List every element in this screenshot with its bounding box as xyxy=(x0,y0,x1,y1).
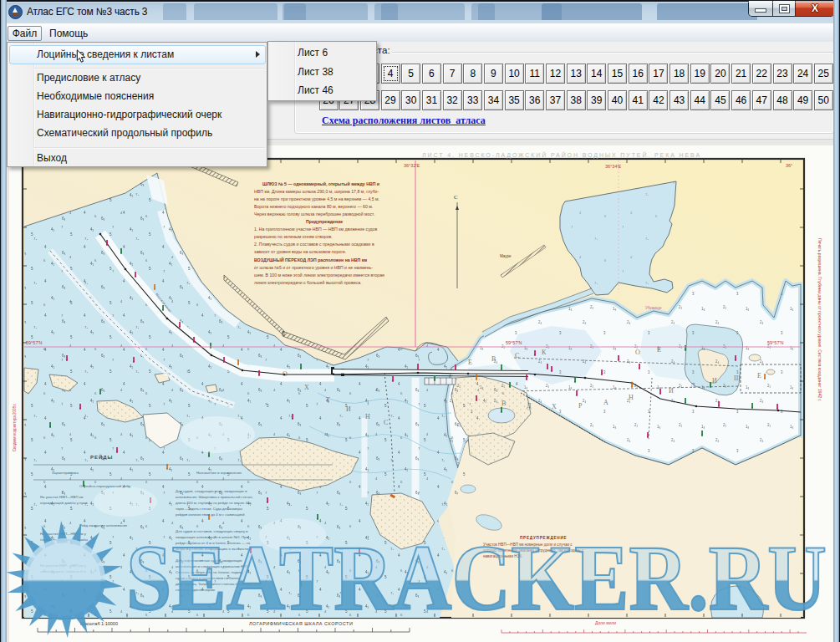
svg-text:линия электропередачи с больше: линия электропередачи с большей высотой … xyxy=(254,280,361,285)
svg-text:С: С xyxy=(384,419,388,426)
svg-text:59°57′N: 59°57′N xyxy=(506,340,522,345)
svg-text:Мауре: Мауре xyxy=(500,254,512,258)
svg-text:ЛИСТ 4. НЕВСКО-ЛАДОЖСКИЙ РАЙОН: ЛИСТ 4. НЕВСКО-ЛАДОЖСКИЙ РАЙОН ВОДНЫХ ПУ… xyxy=(422,151,701,159)
svg-text:ограждающей дамбы у прав.: ограждающей дамбы у прав. xyxy=(40,501,89,505)
svg-text:Для судов, следующих вниз,: Для судов, следующих вниз, ожидающих в xyxy=(176,489,247,493)
svg-text:Е: Е xyxy=(657,346,661,354)
svg-text:59°57′N: 59°57′N xyxy=(767,340,783,345)
svg-text:Отстойно-перегрузочный рейд: Отстойно-перегрузочный рейд xyxy=(79,484,131,488)
svg-text:шлюзования. Швартовка к причал: шлюзования. Швартовка к причальной стенк… xyxy=(176,495,253,499)
svg-text:36°: 36° xyxy=(786,163,792,168)
svg-text:И: И xyxy=(669,387,674,395)
svg-text:Н: Н xyxy=(365,413,370,420)
svg-text:Сводная корректура 2008 г.: Сводная корректура 2008 г. xyxy=(13,403,17,451)
svg-text:И: И xyxy=(346,405,351,413)
svg-text:Х: Х xyxy=(552,403,557,410)
svg-text:Назначение и ограничения: Назначение и ограничения xyxy=(196,471,242,475)
svg-text:ШЛЮЗ № 5 — однокамерный,: ШЛЮЗ № 5 — однокамерный, открытый между … xyxy=(262,181,379,186)
svg-text:зависит от уровня воды на: зависит от уровня воды на шлюзовом порог… xyxy=(254,249,346,254)
svg-text:шем. В 100 м ниже этой линии э: шем. В 100 м ниже этой линии электропере… xyxy=(254,273,384,278)
svg-text:ВОЗДУШНЫЙ ПЕРЕХОД ЛЭП распо: ВОЗДУШНЫЙ ПЕРЕХОД ЛЭП расположен на НВП … xyxy=(254,257,367,262)
svg-text:Ворота нижнего подходного к: Ворота нижнего подходного канала 80 м, в… xyxy=(254,204,373,209)
svg-text:Е: Е xyxy=(468,359,472,366)
svg-text:разрешено по зеленым огням ств: разрешено по зеленым огням створов. xyxy=(254,234,333,239)
svg-text:59°57′N: 59°57′N xyxy=(26,340,42,345)
svg-text:1. На приплотинном участке: 1. На приплотинном участке НВП — НВП км … xyxy=(254,227,378,232)
svg-text:О: О xyxy=(283,370,288,378)
svg-text:торм — вдоль стенки. Суда д: торм — вдоль стенки. Суда для камеры xyxy=(176,507,242,511)
svg-text:36°34′E: 36°34′E xyxy=(605,164,621,169)
svg-text:О: О xyxy=(635,349,640,356)
svg-text:длина 300 м, глубины на ре: длина 300 м, глубины на рейде не менее 4… xyxy=(176,501,252,505)
svg-text:Характеристика: Характеристика xyxy=(52,471,79,475)
svg-text:Д: Д xyxy=(527,402,532,410)
svg-text:36°32′E: 36°32′E xyxy=(404,163,420,168)
svg-text:Щ: Щ xyxy=(734,374,741,382)
svg-text:Через верхнюю голову шлюза пер: Через верхнюю голову шлюза переброшен ра… xyxy=(254,211,374,217)
svg-text:Рейд ожидания шлюзования: Рейд ожидания шлюзования xyxy=(79,523,128,527)
svg-text:Л: Л xyxy=(690,382,695,390)
svg-text:В: В xyxy=(501,400,506,407)
svg-text:на на пороге при проектном уро: на на пороге при проектном уровне 4,5 м … xyxy=(254,196,379,201)
svg-text:На участке НВП—НВП км: На участке НВП—НВП км xyxy=(40,495,84,499)
svg-text:Печать разрешена. Глубины даны: Печать разрешена. Глубины даны от проект… xyxy=(817,238,822,401)
svg-text:SEATRACKER.RU: SEATRACKER.RU xyxy=(126,526,827,629)
svg-text:Т: Т xyxy=(326,396,330,404)
svg-text:К: К xyxy=(542,349,547,356)
svg-text:от шлюза №5 и от проектно: от шлюза №5 и от проектного уровня и НВП… xyxy=(254,265,373,270)
svg-text:В: В xyxy=(491,355,496,363)
svg-text:2. Плавучесть судов и соста: 2. Плавучесть судов и составов с предель… xyxy=(254,242,374,247)
svg-text:Предупреждение: Предупреждение xyxy=(306,219,343,224)
svg-text:C: C xyxy=(454,194,458,201)
svg-text:Убежище: Убежище xyxy=(645,306,662,310)
svg-text:И: И xyxy=(712,377,717,385)
svg-text:Р: Р xyxy=(578,402,583,410)
svg-text:Е: Е xyxy=(757,372,761,380)
svg-text:С: С xyxy=(515,352,519,359)
svg-text:Н: Н xyxy=(629,394,634,401)
svg-text:РЕЙДЫ: РЕЙДЫ xyxy=(90,454,113,460)
svg-text:Х: Х xyxy=(304,384,309,391)
svg-text:рейдов количеством до 4 м с на: рейдов количеством до 4 м с навигацией. xyxy=(176,512,246,517)
svg-text:А: А xyxy=(603,399,608,406)
svg-text:НВП км. Длина камеры шлюза 290: НВП км. Длина камеры шлюза 290,0 м, шири… xyxy=(254,189,379,194)
